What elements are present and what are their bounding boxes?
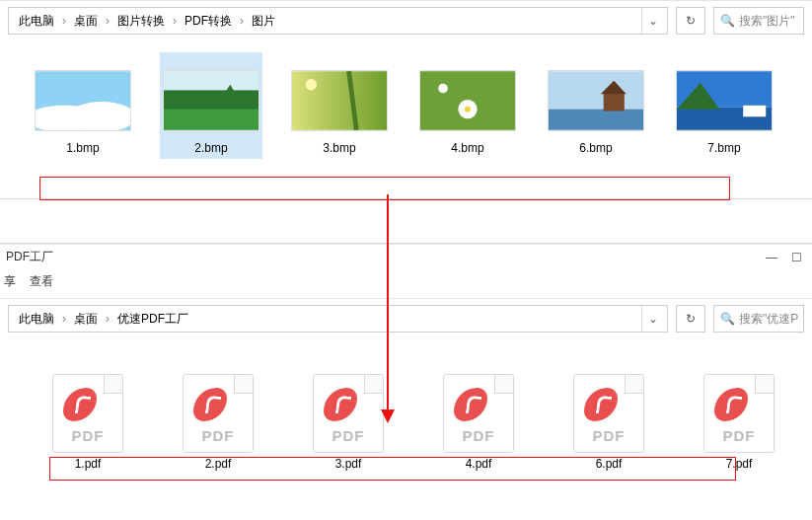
svg-rect-15 <box>549 110 643 130</box>
file-name: 7.pdf <box>695 457 783 471</box>
chevron-right-icon: › <box>238 14 246 28</box>
breadcrumb[interactable]: 此电脑 › 桌面 › 图片转换 › PDF转换 › 图片 ⌄ <box>8 7 668 35</box>
svg-point-8 <box>305 79 317 91</box>
search-icon: 🔍 <box>720 14 735 28</box>
breadcrumb-crumb[interactable]: 桌面 <box>68 9 104 34</box>
window-title: PDF工厂 <box>6 249 53 265</box>
menu-item[interactable]: 查看 <box>30 273 53 290</box>
minimize-button[interactable]: — <box>766 251 777 264</box>
search-input[interactable]: 🔍 搜索"图片" <box>713 7 804 35</box>
image-thumbnail <box>163 70 259 131</box>
pdf-type-label: PDF <box>704 427 774 444</box>
file-item[interactable]: PDF 3.pdf <box>304 368 393 471</box>
image-thumbnail <box>419 70 516 131</box>
svg-point-13 <box>438 84 448 94</box>
file-item[interactable]: 4.bmp <box>416 52 519 159</box>
svg-rect-4 <box>164 90 258 111</box>
file-item[interactable]: PDF 2.pdf <box>174 368 262 471</box>
chevron-right-icon: › <box>104 312 111 326</box>
chevron-right-icon: › <box>171 14 179 28</box>
file-name: 6.bmp <box>545 137 647 159</box>
search-input[interactable]: 🔍 搜索"优速P <box>713 305 804 333</box>
file-item[interactable]: PDF 6.pdf <box>564 368 653 471</box>
pdf-type-label: PDF <box>53 427 122 444</box>
annotation-arrow-head <box>381 409 395 423</box>
refresh-button[interactable]: ↻ <box>676 305 705 333</box>
image-thumbnail <box>291 70 388 131</box>
svg-rect-7 <box>292 71 387 130</box>
annotation-box <box>39 177 730 200</box>
file-name: 2.bmp <box>160 137 262 159</box>
window-title-bar: PDF工厂 — ☐ <box>0 245 812 269</box>
file-name: 1.bmp <box>32 137 134 159</box>
file-name: 3.bmp <box>288 137 391 159</box>
breadcrumb-segments: 此电脑 › 桌面 › 优速PDF工厂 <box>13 307 641 332</box>
svg-rect-21 <box>743 106 766 117</box>
image-thumbnail <box>676 70 773 131</box>
chevron-down-icon: ⌄ <box>648 312 658 326</box>
file-item[interactable]: 3.bmp <box>288 52 391 159</box>
svg-point-12 <box>465 107 471 112</box>
svg-rect-14 <box>549 71 643 109</box>
menu-bar: 享 查看 <box>0 269 812 299</box>
file-name: 3.pdf <box>304 457 393 471</box>
breadcrumb-crumb[interactable]: 此电脑 <box>13 9 60 34</box>
search-icon: 🔍 <box>720 312 735 326</box>
chevron-right-icon: › <box>104 14 111 28</box>
maximize-button[interactable]: ☐ <box>791 251 802 264</box>
pdf-icon: PDF <box>573 374 644 453</box>
history-dropdown[interactable]: ⌄ <box>641 306 663 332</box>
explorer-window-images: 此电脑 › 桌面 › 图片转换 › PDF转换 › 图片 ⌄ ↻ 🔍 搜索"图片… <box>0 0 812 198</box>
explorer-window-pdfs: PDF工厂 — ☐ 享 查看 此电脑 › 桌面 › 优速PDF工厂 ⌄ ↻ 🔍 … <box>0 244 812 496</box>
file-thumbnails: 1.bmp 2.bmp 3.bmp 4.bm <box>12 52 800 159</box>
file-thumbnails: PDF 1.pdf PDF 2.pdf PDF 3.pdf PDF <box>12 350 800 473</box>
address-bar: 此电脑 › 桌面 › 图片转换 › PDF转换 › 图片 ⌄ ↻ 🔍 搜索"图片… <box>0 0 812 40</box>
file-item[interactable]: PDF 4.pdf <box>434 368 523 471</box>
file-name: 4.pdf <box>434 457 523 471</box>
chevron-right-icon: › <box>60 14 68 28</box>
file-name: 7.bmp <box>673 137 775 159</box>
breadcrumb-crumb[interactable]: 优速PDF工厂 <box>111 307 194 332</box>
breadcrumb-segments: 此电脑 › 桌面 › 图片转换 › PDF转换 › 图片 <box>13 9 641 34</box>
pdf-icon: PDF <box>703 374 775 453</box>
breadcrumb[interactable]: 此电脑 › 桌面 › 优速PDF工厂 ⌄ <box>8 305 668 333</box>
refresh-icon: ↻ <box>686 14 696 28</box>
breadcrumb-crumb[interactable]: 此电脑 <box>13 307 60 332</box>
file-name: 4.bmp <box>416 137 519 159</box>
svg-rect-5 <box>164 110 258 130</box>
address-bar: 此电脑 › 桌面 › 优速PDF工厂 ⌄ ↻ 🔍 搜索"优速P <box>0 299 812 338</box>
pdf-icon: PDF <box>52 374 123 453</box>
file-name: 2.pdf <box>174 457 262 471</box>
file-name: 1.pdf <box>43 457 132 471</box>
file-pane-images[interactable]: 1.bmp 2.bmp 3.bmp 4.bm <box>0 40 812 198</box>
search-placeholder: 搜索"优速P <box>739 311 798 328</box>
file-item[interactable]: 1.bmp <box>32 52 134 159</box>
pdf-type-label: PDF <box>184 427 253 444</box>
pdf-icon: PDF <box>183 374 254 453</box>
breadcrumb-crumb[interactable]: 图片转换 <box>111 9 171 34</box>
file-item[interactable]: 6.bmp <box>545 52 647 159</box>
file-item[interactable]: PDF 7.pdf <box>695 368 783 471</box>
image-thumbnail <box>35 70 131 131</box>
pdf-type-label: PDF <box>574 427 643 444</box>
search-placeholder: 搜索"图片" <box>739 13 795 30</box>
history-dropdown[interactable]: ⌄ <box>641 8 663 34</box>
file-pane-pdfs[interactable]: PDF 1.pdf PDF 2.pdf PDF 3.pdf PDF <box>0 338 812 496</box>
file-item[interactable]: 7.bmp <box>673 52 775 159</box>
file-item[interactable]: 2.bmp <box>160 52 262 159</box>
refresh-button[interactable]: ↻ <box>676 7 705 35</box>
menu-item[interactable]: 享 <box>4 273 16 290</box>
window-divider <box>0 198 812 244</box>
chevron-right-icon: › <box>60 312 68 326</box>
image-thumbnail <box>548 70 644 131</box>
breadcrumb-crumb[interactable]: 图片 <box>246 9 281 34</box>
window-controls: — ☐ <box>766 251 806 264</box>
breadcrumb-crumb[interactable]: 桌面 <box>68 307 104 332</box>
pdf-type-label: PDF <box>314 427 383 444</box>
file-item[interactable]: PDF 1.pdf <box>43 368 132 471</box>
pdf-type-label: PDF <box>444 427 513 444</box>
file-name: 6.pdf <box>564 457 653 471</box>
breadcrumb-crumb[interactable]: PDF转换 <box>179 9 238 34</box>
pdf-icon: PDF <box>313 374 384 453</box>
refresh-icon: ↻ <box>686 312 696 326</box>
